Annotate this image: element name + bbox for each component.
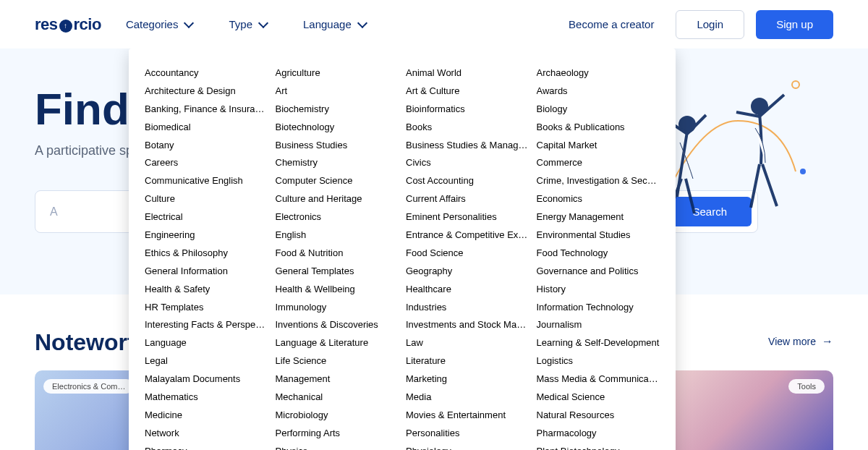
category-link[interactable]: Entrance & Competitive Exami... (406, 226, 529, 245)
category-link[interactable]: Biotechnology (276, 119, 399, 137)
category-link[interactable]: Mechanical (276, 389, 399, 407)
category-link[interactable]: Life Science (276, 352, 399, 370)
category-link[interactable]: Performing Arts (276, 425, 399, 443)
category-link[interactable]: Banking, Finance & Insurance (145, 101, 268, 119)
logo-upload-icon (59, 20, 72, 33)
category-link[interactable]: Legal (145, 352, 268, 370)
category-link[interactable]: Food Technology (537, 245, 660, 263)
category-link[interactable]: Biomedical (145, 119, 268, 137)
category-link[interactable]: Awards (537, 82, 660, 101)
category-link[interactable]: Plant Biotechnology (537, 443, 660, 450)
site-logo[interactable]: resrcio (35, 15, 101, 34)
category-link[interactable]: Communicative English (145, 172, 268, 190)
category-link[interactable]: Inventions & Discoveries (276, 316, 399, 334)
category-link[interactable]: Health & Wellbeing (276, 281, 399, 299)
category-link[interactable]: Network (145, 425, 268, 443)
category-link[interactable]: Animal World (406, 64, 529, 82)
category-link[interactable]: Computer Science (276, 172, 399, 190)
category-link[interactable]: Crime, Investigation & Security (537, 172, 660, 190)
category-link[interactable]: Cost Accounting (406, 172, 529, 190)
category-link[interactable]: Food & Nutrition (276, 245, 399, 263)
category-link[interactable]: Mathematics (145, 389, 268, 407)
nav-language[interactable]: Language (303, 18, 366, 30)
category-link[interactable]: Marketing (406, 370, 529, 389)
category-link[interactable]: Eminent Personalities (406, 208, 529, 226)
category-link[interactable]: Books & Publications (537, 119, 660, 137)
category-link[interactable]: Language & Literature (276, 334, 399, 352)
category-link[interactable]: Agriculture (276, 64, 399, 82)
category-link[interactable]: Mass Media & Communication (537, 370, 660, 389)
category-link[interactable]: Pharmacy (145, 443, 268, 450)
category-link[interactable]: Culture and Heritage (276, 190, 399, 208)
category-link[interactable]: Capital Market (537, 137, 660, 155)
nav-categories[interactable]: Categories (126, 18, 193, 30)
category-link[interactable]: Geography (406, 263, 529, 281)
category-link[interactable]: Physics (276, 443, 399, 450)
category-link[interactable]: Management (276, 370, 399, 389)
category-link[interactable]: Art & Culture (406, 82, 529, 101)
category-link[interactable]: Governance and Politics (537, 263, 660, 281)
signup-button[interactable]: Sign up (756, 10, 833, 39)
category-link[interactable]: Healthcare (406, 281, 529, 299)
category-link[interactable]: Chemistry (276, 154, 399, 172)
category-link[interactable]: HR Templates (145, 299, 268, 317)
nav-type[interactable]: Type (229, 18, 267, 30)
category-link[interactable]: Media (406, 389, 529, 407)
category-link[interactable]: Medical Science (537, 389, 660, 407)
category-link[interactable]: Medicine (145, 407, 268, 425)
category-link[interactable]: Commerce (537, 154, 660, 172)
category-link[interactable]: Culture (145, 190, 268, 208)
category-link[interactable]: Accountancy (145, 64, 268, 82)
category-link[interactable]: Information Technology (537, 299, 660, 317)
category-link[interactable]: Personalities (406, 425, 529, 443)
category-link[interactable]: Electrical (145, 208, 268, 226)
category-link[interactable]: General Information (145, 263, 268, 281)
category-link[interactable]: General Templates (276, 263, 399, 281)
category-link[interactable]: Food Science (406, 245, 529, 263)
category-link[interactable]: Archaeology (537, 64, 660, 82)
category-link[interactable]: Careers (145, 154, 268, 172)
category-link[interactable]: Biology (537, 101, 660, 119)
category-link[interactable]: Books (406, 119, 529, 137)
view-more-label: View more (768, 336, 816, 347)
login-button[interactable]: Login (676, 10, 744, 39)
category-link[interactable]: Microbiology (276, 407, 399, 425)
category-link[interactable]: Immunology (276, 299, 399, 317)
category-link[interactable]: Law (406, 334, 529, 352)
category-link[interactable]: Art (276, 82, 399, 101)
view-more-link[interactable]: View more → (768, 335, 833, 348)
category-link[interactable]: Natural Resources (537, 407, 660, 425)
category-link[interactable]: Health & Safety (145, 281, 268, 299)
category-link[interactable]: Industries (406, 299, 529, 317)
category-link[interactable]: Business Studies & Manageme... (406, 137, 529, 155)
category-link[interactable]: Energy Management (537, 208, 660, 226)
category-link[interactable]: Malayalam Documents (145, 370, 268, 389)
category-link[interactable]: Pharmacology (537, 425, 660, 443)
header-bar: resrcio Categories Type Language Become … (0, 0, 868, 48)
category-link[interactable]: Current Affairs (406, 190, 529, 208)
nav-type-label: Type (229, 18, 252, 30)
category-link[interactable]: Movies & Entertainment (406, 407, 529, 425)
category-link[interactable]: Physiology (406, 443, 529, 450)
category-link[interactable]: Investments and Stock Market (406, 316, 529, 334)
category-link[interactable]: Logistics (537, 352, 660, 370)
category-link[interactable]: Botany (145, 137, 268, 155)
category-link[interactable]: Engineering (145, 226, 268, 245)
category-link[interactable]: Interesting Facts & Perspectives (145, 316, 268, 334)
category-link[interactable]: Language (145, 334, 268, 352)
category-link[interactable]: English (276, 226, 399, 245)
category-link[interactable]: Literature (406, 352, 529, 370)
category-link[interactable]: Journalism (537, 316, 660, 334)
become-creator-link[interactable]: Become a creator (569, 18, 654, 30)
category-link[interactable]: Biochemistry (276, 101, 399, 119)
category-link[interactable]: Economics (537, 190, 660, 208)
category-link[interactable]: Business Studies (276, 137, 399, 155)
category-link[interactable]: History (537, 281, 660, 299)
category-link[interactable]: Architecture & Design (145, 82, 268, 101)
category-link[interactable]: Learning & Self-Development (537, 334, 660, 352)
category-link[interactable]: Ethics & Philosophy (145, 245, 268, 263)
category-link[interactable]: Civics (406, 154, 529, 172)
category-link[interactable]: Electronics (276, 208, 399, 226)
category-link[interactable]: Bioinformatics (406, 101, 529, 119)
category-link[interactable]: Environmental Studies (537, 226, 660, 245)
